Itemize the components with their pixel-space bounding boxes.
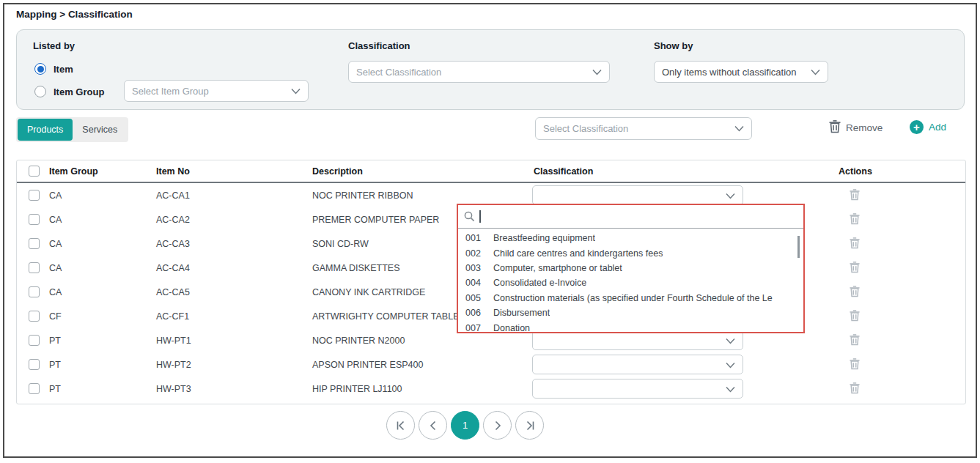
column-header-item-group: Item Group [49,166,98,177]
cell-item-no: AC-CF1 [156,311,189,322]
tab-products[interactable]: Products [18,119,73,141]
row-delete-trash-icon[interactable] [850,310,860,325]
row-classification-select[interactable] [532,185,743,205]
cell-item-no: AC-CA5 [156,287,190,297]
cell-description: APSON PRINTER ESP400 [312,360,423,370]
dropdown-option[interactable]: 004 Consolidated e-Invoice [458,275,803,290]
row-delete-trash-icon[interactable] [850,286,860,300]
dropdown-scrollbar[interactable] [797,236,800,258]
cell-description: GAMMA DISKETTES [312,263,399,273]
row-delete-trash-icon[interactable] [850,358,860,373]
plus-icon: + [910,120,924,134]
radio-item-group[interactable]: Item Group [34,86,104,97]
row-delete-trash-icon[interactable] [850,262,860,276]
dropdown-option[interactable]: 001 Breastfeeding equipment [458,231,803,245]
search-icon [464,211,475,225]
row-checkbox[interactable] [29,238,40,249]
dropdown-option[interactable]: 006 Disbursement [458,305,803,320]
option-label: Consolidated e-Invoice [493,278,586,288]
row-checkbox[interactable] [29,190,40,201]
chevron-down-icon [734,125,744,132]
row-checkbox[interactable] [29,286,40,297]
bulk-classification-select[interactable]: Select Classification [535,117,752,140]
previous-page-button[interactable] [419,411,447,440]
cell-item-group: CF [49,311,62,322]
dropdown-option[interactable]: 005 Construction materials (as specified… [458,291,803,305]
option-label: Child care centres and kindergartens fee… [493,248,663,259]
option-label: Donation [493,323,530,333]
show-by-select[interactable]: Only items without classification [654,61,828,83]
cell-description: SONI CD-RW [312,239,369,249]
row-checkbox[interactable] [29,359,40,370]
add-button[interactable]: + Add [910,120,946,134]
row-delete-trash-icon[interactable] [850,237,860,252]
cell-description: NOC PRINTER N2000 [312,336,405,346]
row-delete-trash-icon[interactable] [850,189,860,204]
classification-dropdown-overlay: 001 Breastfeeding equipment 002 Child ca… [457,204,805,333]
cell-item-group: PT [49,336,61,346]
row-classification-select[interactable] [532,379,743,399]
radio-item-label: Item [54,64,73,75]
column-header-actions: Actions [839,166,872,177]
chevron-down-icon [726,362,735,368]
chevron-down-icon [726,338,735,344]
cell-item-no: HW-PT2 [156,360,191,370]
cell-item-no: AC-CA4 [156,263,190,273]
add-label: Add [929,122,946,133]
item-group-select[interactable]: Select Item Group [124,80,309,102]
row-delete-trash-icon[interactable] [850,213,860,228]
radio-item-group-unselected-icon[interactable] [34,86,46,97]
column-header-item-no: Item No [156,166,190,177]
option-label: Construction materials (as specified und… [493,293,773,303]
dropdown-option[interactable]: 003 Computer, smartphone or tablet [458,261,803,275]
cell-item-no: HW-PT3 [156,384,191,394]
table-row: PT HW-PT3 HIP PRINTER LJ1100 [17,377,965,401]
dropdown-search-input[interactable] [479,207,786,226]
item-group-select-value: Select Item Group [132,86,209,97]
option-code: 001 [465,233,485,243]
radio-item[interactable]: Item [34,63,73,75]
next-page-button[interactable] [483,411,512,440]
radio-item-selected-icon[interactable] [34,63,46,75]
current-page-button[interactable]: 1 [451,411,479,440]
first-page-button[interactable] [386,411,415,440]
table-header: Item Group Item No Description Classific… [17,160,965,183]
select-all-checkbox[interactable] [29,166,40,177]
pagination: 1 [386,411,544,440]
last-page-button[interactable] [515,411,544,440]
table-row: PT HW-PT2 APSON PRINTER ESP400 [17,352,965,377]
row-delete-trash-icon[interactable] [850,334,860,349]
show-by-value: Only items without classification [662,67,797,78]
dropdown-search-box[interactable] [458,205,803,229]
cell-item-no: AC-CA2 [156,215,190,225]
row-checkbox[interactable] [29,311,40,322]
dropdown-option[interactable]: 002 Child care centres and kindergartens… [458,245,803,260]
dropdown-option[interactable]: 007 Donation [458,320,803,335]
row-checkbox[interactable] [29,335,40,346]
dropdown-options: 001 Breastfeeding equipment 002 Child ca… [458,229,803,336]
option-code: 007 [465,323,485,333]
row-delete-trash-icon[interactable] [850,382,860,397]
text-cursor [479,210,481,223]
classification-filter-select[interactable]: Select Classification [348,61,610,83]
row-classification-select[interactable] [532,355,743,374]
radio-item-group-label: Item Group [54,86,104,97]
row-checkbox[interactable] [29,214,40,225]
row-checkbox[interactable] [29,383,40,394]
column-header-description: Description [312,166,363,177]
cell-description: ARTWRIGHTY COMPUTER TABLE [312,311,460,322]
cell-item-group: CA [49,239,62,249]
chevron-down-icon [726,193,735,199]
trash-icon [829,120,841,136]
cell-item-no: AC-CA1 [156,190,190,201]
row-checkbox[interactable] [29,262,40,273]
chevron-down-icon [592,69,602,75]
option-code: 005 [465,293,485,303]
cell-item-group: CA [49,287,62,297]
cell-item-group: CA [49,190,62,201]
chevron-down-icon [726,386,735,393]
remove-button[interactable]: Remove [829,120,883,136]
tab-services[interactable]: Services [73,119,127,141]
cell-description: CANONY INK CARTRIDGE [312,287,425,297]
cell-item-group: PT [49,360,61,370]
